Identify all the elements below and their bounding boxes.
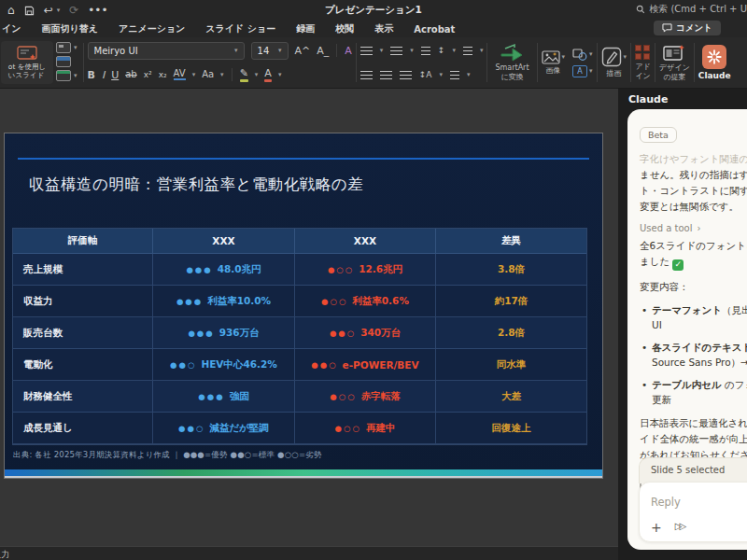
insert-picture-button[interactable]: ▾ 画像 [542,50,566,76]
source-footnote: 出典: 各社 2025年3月期決算資料より作成 ｜ ●●●=優勢 ●●○=標準 … [13,450,322,461]
align-right-button[interactable] [400,71,412,79]
tab-design-clipped[interactable]: イン [2,22,21,35]
fast-forward-icon[interactable]: ▷▷ [675,521,684,534]
tab-acrobat[interactable]: Acrobat [414,24,455,35]
tab-review[interactable]: 校閲 [335,22,354,35]
powerpoint-window: ⌂ ↩ ▾ ⟳ ••• プレゼンテーション1 検索 (Cmd + Ctrl + … [0,0,747,560]
draw-button[interactable]: ▾ 描画 [601,37,627,88]
design-ideas-button[interactable]: デザインの提案 [659,37,690,88]
line-spacing-button[interactable]: ↕ [438,47,445,55]
insert-shapes-button[interactable]: ▾ [572,49,593,61]
draw-icon [601,47,622,67]
tab-transitions[interactable]: 画面切り替え [41,22,97,35]
ribbon-tab-row: イン 画面切り替え アニメーション スライド ショー 録画 校閲 表示 Acro… [0,21,747,37]
reply-input[interactable] [651,496,747,509]
bullet-list-button[interactable] [360,47,373,55]
undo-dropdown-icon[interactable]: ▾ [57,7,61,14]
grow-font-button[interactable]: A^ [295,46,311,56]
numbered-list-button[interactable] [390,47,402,55]
tab-slideshow[interactable]: スライド ショー [205,22,275,35]
assistant-message-line: ト・コントラストに関する [640,183,747,199]
align-center-button[interactable] [380,71,392,79]
used-a-tool-link[interactable]: Used a tool › [640,223,747,233]
slide-title[interactable]: 収益構造の明暗：営業利益率と電動化戦略の差 [29,175,363,195]
paragraph-group: ▾ ▾ ↕▾ ▾ ↕A▾ ▾ [360,37,484,88]
align-objects-button[interactable] [450,71,459,79]
font-color-button[interactable]: A [264,68,272,82]
table-row[interactable]: 成長見通し ●●○減益だが堅調 ●○○再建中 回復途上 [13,413,586,444]
assistant-message-line: 日本語表示に最適化された [640,415,747,431]
character-spacing-button[interactable]: AV [174,69,186,80]
tab-record[interactable]: 録画 [296,22,315,35]
textbox-icon: A [572,65,587,77]
addins-button[interactable]: アドイン [635,37,651,88]
italic-button[interactable]: I [102,70,105,80]
comparison-table[interactable]: 評価軸 XXX XXX 差異 売上規模 ●●●48.0兆円 ●○○12.6兆円 … [12,228,587,445]
copilot-new-slide-button[interactable]: ot を使用しいスライド [1,41,53,84]
comments-button[interactable]: コメント [654,21,721,35]
change-case-button[interactable]: Aa [202,70,214,79]
table-row[interactable]: 財務健全性 ●●●強固 ●○○赤字転落 大差 [13,381,586,413]
search-placeholder: 検索 (Cmd + Ctrl + U [649,3,747,16]
assistant-message-line: 字化けやフォント関連の問 [640,151,747,167]
search-field[interactable]: 検索 (Cmd + Ctrl + U [636,3,747,16]
chevron-right-icon: › [697,223,700,233]
slide-accent-line [18,158,589,160]
rating-dots-red: ●●○ [311,360,337,370]
tab-view[interactable]: 表示 [374,22,393,35]
attach-plus-icon[interactable]: + [651,521,662,534]
align-left-button[interactable] [360,71,373,79]
reply-box[interactable]: + ▷▷ [639,482,747,542]
smartart-convert-button[interactable]: SmartArtに変換 [491,37,532,88]
shrink-font-button[interactable]: A_ [317,46,329,56]
check-mark-icon: ✓ [672,259,684,271]
rating-dots-red: ●●○ [330,329,356,338]
highlight-color-button[interactable]: ✎ [240,68,248,82]
slide-section-button[interactable]: ▾ [56,70,78,81]
strikethrough-button[interactable]: ab [125,70,136,79]
table-row[interactable]: 売上規模 ●●●48.0兆円 ●○○12.6兆円 3.8倍 [13,254,586,286]
slide-5[interactable]: 収益構造の明暗：営業利益率と電動化戦略の差 評価軸 XXX XXX 差異 売上規… [5,133,602,478]
reply-area: Slide 5 selected + ▷▷ [639,457,747,542]
subscript-button[interactable]: x₂ [159,71,167,79]
slide-reset-button[interactable] [56,56,78,67]
insert-group: ▾ 画像 ▾ A ▾ [542,37,593,88]
claude-chat-card: Beta 字化けやフォント関連の問 ません。残りの指摘はすべ ト・コントラストに… [627,109,747,550]
clear-formatting-button[interactable]: A [345,46,352,56]
tab-animations[interactable]: アニメーション [119,22,185,35]
indent-decrease-button[interactable] [421,47,430,55]
insert-textbox-button[interactable]: A ▾ [572,65,593,77]
font-size-select[interactable]: 14▾ [251,42,289,60]
document-title: プレゼンテーション1 [0,4,747,17]
assistant-message-line: ました✓ [640,254,747,271]
underline-button[interactable]: U [111,70,119,80]
rating-dots-red: ●○○ [328,265,354,274]
slide-selected-chip[interactable]: Slide 5 selected [639,457,747,483]
text-direction-button[interactable]: ↕A [419,71,432,79]
superscript-button[interactable]: x² [144,71,152,79]
addins-icon [635,45,651,61]
header-company-a: XXX [153,229,295,254]
table-row[interactable]: 販売台数 ●●●936万台 ●●○340万台 2.8倍 [13,317,586,349]
assistant-message-line: ません。残りの指摘はすべ [640,167,747,183]
home-icon[interactable]: ⌂ [7,5,15,16]
slide-layout-button[interactable]: ▾ [56,42,78,53]
columns-button[interactable] [463,47,472,55]
beta-badge: Beta [640,127,677,143]
undo-button[interactable]: ↩ [44,5,53,16]
comment-bubble-icon [662,23,672,33]
ribbon: ot を使用しいスライド ▾ ▾ Meiryo UI▾ 14▾ A^ A_ A … [0,37,747,89]
more-commands-icon[interactable]: ••• [88,5,107,16]
claude-ribbon-button[interactable]: Claude [698,37,737,88]
font-name-select[interactable]: Meiryo UI▾ [88,42,245,60]
table-row[interactable]: 電動化 ●●○HEV中心46.2% ●●○e-POWER/BEV 同水準 [13,349,586,381]
header-criteria: 評価軸 [13,229,153,254]
claude-starburst-icon [702,45,726,69]
rating-dots-red: ●○○ [335,424,361,433]
table-row[interactable]: 収益力 ●●●利益率10.0% ●○○利益率0.6% 約17倍 [13,286,586,317]
slide-buttons-group: ▾ ▾ [54,37,79,88]
bold-button[interactable]: B [88,70,95,80]
save-icon[interactable] [24,6,35,16]
redo-button[interactable]: ⟳ [69,5,78,16]
slide-canvas[interactable]: 収益構造の明暗：営業利益率と電動化戦略の差 評価軸 XXX XXX 差異 売上規… [0,89,618,546]
